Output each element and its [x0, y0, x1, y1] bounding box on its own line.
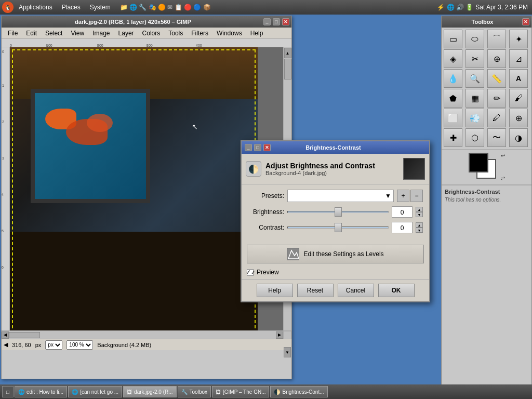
tool-color-picker[interactable]: 💧 — [444, 69, 462, 88]
bc-minimize-button[interactable]: _ — [245, 144, 252, 151]
preview-checkbox[interactable]: ✓ — [247, 269, 254, 276]
menu-layer[interactable]: Layer — [114, 29, 138, 38]
contrast-value[interactable]: 0 — [392, 222, 413, 233]
bc-titlebar: _ □ ✕ Brightness-Contrast — [242, 141, 429, 154]
menu-edit[interactable]: Edit — [22, 29, 41, 38]
taskbar-show-desktop[interactable]: □ — [2, 386, 14, 397]
tool-select-by-color[interactable]: ◈ — [444, 49, 462, 68]
zoom-select[interactable]: 100 % — [66, 340, 93, 350]
contrast-spinner: ▲ ▼ — [416, 222, 423, 233]
bc-header-title: Adjust Brightness and Contrast — [265, 162, 375, 170]
cancel-button[interactable]: Cancel — [338, 284, 374, 297]
tool-options: Brightness-Contrast This tool has no opt… — [442, 185, 531, 206]
gimp-statusbar: ◀ 316, 60 px px 100 % Background (4.2 MB… — [2, 339, 291, 350]
tool-options-desc: This tool has no options. — [445, 197, 528, 203]
taskbar-item-1[interactable]: 🌐 [can not let go ... — [68, 386, 122, 397]
menu-applications[interactable]: Applications — [15, 3, 57, 12]
preview-row: ✓ Preview — [242, 265, 429, 279]
taskbar-item-label-4: [GIMP – The GN... — [223, 389, 265, 395]
help-button[interactable]: Help — [257, 284, 293, 297]
gimp-menubar: File Edit Select View Image Layer Colors… — [2, 28, 291, 39]
tool-paths[interactable]: ⊿ — [509, 49, 528, 68]
tool-eraser[interactable]: ⬜ — [444, 109, 462, 127]
menu-colors[interactable]: Colors — [138, 29, 165, 38]
tool-foreground-select[interactable]: ⊕ — [487, 49, 506, 68]
taskbar-item-3[interactable]: 🔧 Toolbox — [178, 386, 211, 397]
tool-ink[interactable]: 🖊 — [487, 109, 506, 127]
levels-svg — [287, 248, 299, 260]
foreground-color-box[interactable] — [469, 153, 488, 172]
tool-measure[interactable]: 📏 — [487, 69, 506, 88]
menu-select[interactable]: Select — [41, 29, 66, 38]
taskbar-item-5[interactable]: 🌓 Brightness-Cont... — [270, 386, 327, 397]
menu-view[interactable]: View — [66, 29, 88, 38]
brightness-value[interactable]: 0 — [392, 206, 413, 218]
contrast-down-button[interactable]: ▼ — [416, 228, 423, 233]
tool-options-title: Brightness-Contrast — [445, 189, 528, 195]
preview-label: Preview — [257, 269, 279, 276]
tool-blend[interactable]: ▦ — [466, 89, 484, 108]
tool-ellipse-select[interactable]: ⬭ — [466, 30, 484, 48]
menu-help[interactable]: Help — [246, 29, 268, 38]
gimp-maximize-button[interactable]: □ — [273, 18, 280, 25]
menu-image[interactable]: Image — [88, 29, 114, 38]
tool-text[interactable]: A — [509, 69, 528, 88]
tool-bucket-fill[interactable]: ⬟ — [444, 89, 462, 108]
tool-paintbrush[interactable]: 🖌 — [509, 89, 528, 108]
contrast-slider[interactable] — [287, 222, 389, 233]
tool-fuzzy-select[interactable]: ✦ — [509, 30, 528, 48]
bc-title-text: Brightness-Contrast — [271, 144, 396, 151]
contrast-row: Contrast: 0 ▲ ▼ — [248, 222, 423, 233]
swap-colors-icon[interactable]: ⇌ — [501, 176, 505, 181]
menu-system[interactable]: System — [86, 3, 115, 12]
units-select[interactable]: px — [45, 340, 62, 350]
edit-levels-button[interactable]: Edit these Settings as Levels — [247, 245, 424, 263]
menu-places[interactable]: Places — [58, 3, 85, 12]
taskbar-item-2[interactable]: 🖼 dark.jpg-2.0 (R... — [123, 386, 176, 397]
taskbar-item-0[interactable]: 🌐 edit : How to li... — [15, 386, 67, 397]
tool-perspective-clone[interactable]: ⬡ — [466, 128, 484, 147]
taskbar-top: 🐧 Applications Places System 📁 🌐 🔧 🎭 🟠 ✉… — [0, 0, 532, 15]
photo-image — [10, 47, 258, 330]
tool-zoom[interactable]: 🔍 — [466, 69, 484, 88]
tool-airbrush[interactable]: 💨 — [466, 109, 484, 127]
menu-file[interactable]: File — [4, 29, 22, 38]
presets-combo[interactable]: ▼ — [287, 190, 394, 202]
tool-pencil[interactable]: ✏ — [487, 89, 506, 108]
brightness-up-button[interactable]: ▲ — [416, 207, 423, 212]
bc-maximize-button[interactable]: □ — [254, 144, 261, 151]
gimp-titlebar: dark.jpg-2.0 (RGB, 1 layer) 420x560 – GI… — [2, 16, 291, 28]
tool-rect-select[interactable]: ▭ — [444, 30, 462, 48]
tool-free-select[interactable]: ⌒ — [487, 30, 506, 48]
toolbox-window: Toolbox ✕ ▭ ⬭ ⌒ ✦ ◈ ✂ ⊕ ⊿ 💧 🔍 📏 A ⬟ ▦ ✏ … — [441, 16, 532, 390]
gimp-close-button[interactable]: ✕ — [282, 18, 289, 25]
taskbar-right: ⚡ 🌐 🔊 🔋 Sat Apr 3, 2:36 PM — [437, 4, 532, 11]
contrast-up-button[interactable]: ▲ — [416, 222, 423, 228]
tool-clone[interactable]: ⊕ — [509, 109, 528, 127]
ok-button[interactable]: OK — [378, 284, 415, 297]
tool-dodge-burn[interactable]: ◑ — [509, 128, 528, 147]
ubuntu-icon[interactable]: 🐧 — [2, 2, 14, 13]
gimp-minimize-button[interactable]: _ — [263, 18, 271, 25]
presets-arrow[interactable]: ▼ — [385, 192, 391, 200]
bc-header: 🌓 Adjust Brightness and Contrast Backgro… — [242, 154, 429, 184]
bc-close-button[interactable]: ✕ — [263, 144, 271, 151]
datetime: Sat Apr 3, 2:36 PM — [475, 4, 528, 11]
scrollbar-horizontal[interactable]: ◀ ▶ — [2, 330, 291, 339]
taskbar-item-4[interactable]: 🖼 [GIMP – The GN... — [212, 386, 269, 397]
brightness-down-button[interactable]: ▼ — [416, 212, 423, 217]
brightness-slider[interactable] — [287, 207, 389, 217]
tool-heal[interactable]: ✚ — [444, 128, 462, 147]
bc-header-text: Adjust Brightness and Contrast Backgroun… — [265, 162, 375, 176]
menu-filters[interactable]: Filters — [187, 29, 212, 38]
menu-windows[interactable]: Windows — [212, 29, 246, 38]
contrast-label: Contrast: — [248, 224, 284, 231]
reset-colors-icon[interactable]: ↩ — [501, 153, 505, 158]
menu-tools[interactable]: Tools — [164, 29, 187, 38]
toolbox-close-button[interactable]: ✕ — [522, 18, 529, 25]
reset-button[interactable]: Reset — [297, 284, 334, 297]
tool-blur-sharpen[interactable]: 〜 — [487, 128, 506, 147]
preset-add-button[interactable]: + — [397, 190, 409, 202]
tool-scissors[interactable]: ✂ — [466, 49, 484, 68]
preset-remove-button[interactable]: − — [410, 190, 423, 202]
